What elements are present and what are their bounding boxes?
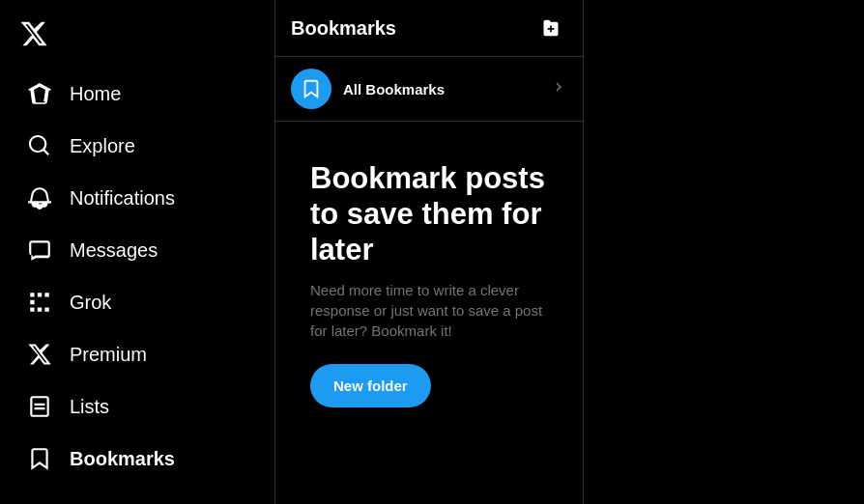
- sidebar-item-premium[interactable]: Premium: [8, 330, 267, 378]
- sidebar-item-explore[interactable]: Explore: [8, 122, 267, 170]
- grok-icon: [27, 290, 52, 315]
- sidebar-item-lists[interactable]: Lists: [8, 382, 267, 431]
- sidebar-item-bookmarks-label: Bookmarks: [70, 448, 175, 470]
- sidebar: Home Explore Notifications Messages Grok…: [0, 0, 275, 504]
- home-icon: [27, 81, 52, 106]
- right-sidebar: [584, 0, 864, 504]
- sidebar-item-notifications[interactable]: Notifications: [8, 174, 267, 222]
- empty-state-description: Need more time to write a clever respons…: [310, 280, 548, 341]
- empty-state: Bookmark posts to save them for later Ne…: [275, 122, 583, 446]
- bookmarks-sidebar-icon: [27, 446, 52, 471]
- all-bookmarks-row[interactable]: All Bookmarks: [275, 57, 583, 122]
- sidebar-item-home-label: Home: [70, 83, 121, 105]
- all-bookmarks-label: All Bookmarks: [343, 81, 550, 98]
- sidebar-item-grok[interactable]: Grok: [8, 278, 267, 326]
- add-folder-button[interactable]: [534, 12, 567, 44]
- sidebar-item-lists-label: Lists: [70, 396, 109, 418]
- explore-icon: [27, 133, 52, 158]
- notifications-icon: [27, 185, 52, 210]
- empty-state-title: Bookmark posts to save them for later: [310, 160, 548, 268]
- sidebar-item-bookmarks[interactable]: Bookmarks: [8, 434, 267, 483]
- bookmark-icon: [301, 78, 322, 99]
- lists-icon: [27, 394, 52, 419]
- sidebar-item-messages-label: Messages: [70, 239, 158, 262]
- logo[interactable]: [0, 8, 274, 64]
- main-header: Bookmarks: [275, 0, 583, 57]
- page-title: Bookmarks: [291, 17, 396, 40]
- sidebar-item-notifications-label: Notifications: [70, 187, 175, 210]
- premium-icon: [27, 342, 52, 367]
- chevron-right-icon: [550, 78, 567, 99]
- new-folder-button[interactable]: New folder: [310, 364, 431, 407]
- sidebar-item-explore-label: Explore: [70, 135, 135, 157]
- sidebar-item-premium-label: Premium: [70, 344, 147, 366]
- sidebar-item-messages[interactable]: Messages: [8, 226, 267, 274]
- main-content: Bookmarks All Bookmarks Bookmark posts t…: [275, 0, 584, 504]
- sidebar-item-home[interactable]: Home: [8, 70, 267, 118]
- sidebar-item-grok-label: Grok: [70, 292, 111, 314]
- x-logo-icon: [19, 19, 48, 48]
- all-bookmarks-icon: [291, 69, 331, 109]
- add-folder-icon: [541, 18, 561, 38]
- messages-icon: [27, 238, 52, 263]
